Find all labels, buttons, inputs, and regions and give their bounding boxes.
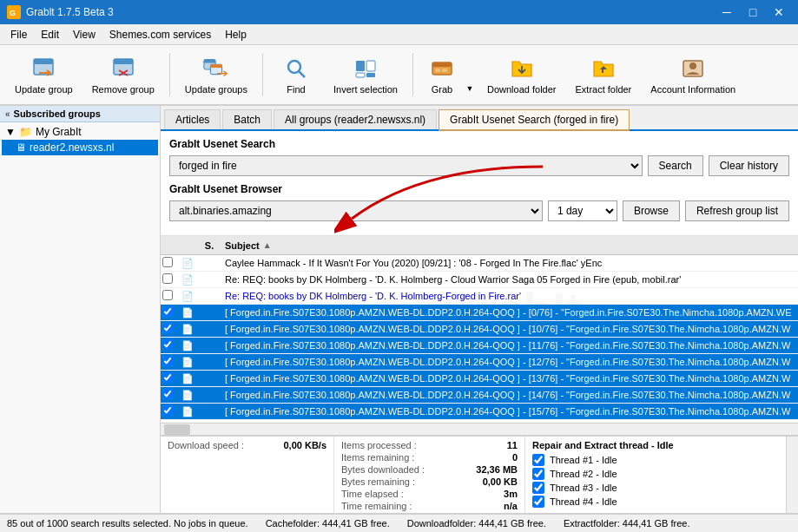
table-row[interactable]: 📄 [ Forged.in.Fire.S07E30.1080p.AMZN.WEB… bbox=[161, 404, 798, 420]
extract-folder-button[interactable]: Extract folder bbox=[567, 49, 639, 100]
clear-history-button[interactable]: Clear history bbox=[709, 155, 789, 176]
horizontal-scrollbar[interactable] bbox=[161, 423, 798, 435]
server-icon: 🖥 bbox=[16, 141, 26, 154]
window-controls: ─ □ ✕ bbox=[715, 0, 791, 24]
sidebar-item-reader2[interactable]: 🖥 reader2.newsxs.nl bbox=[2, 140, 158, 155]
table-row[interactable]: 📄 [ Forged.in.Fire.S07E30.1080p.AMZN.WEB… bbox=[161, 321, 798, 338]
row-s bbox=[197, 377, 221, 380]
svg-text:G: G bbox=[10, 9, 16, 17]
update-groups-label: Update groups bbox=[185, 84, 247, 95]
row-check[interactable] bbox=[161, 354, 178, 370]
tab-all-groups[interactable]: All groups (reader2.newsxs.nl) bbox=[274, 109, 437, 129]
table-row[interactable]: 📄 [ Forged.in.Fire.S07E30.1080p.AMZN.WEB… bbox=[161, 354, 798, 371]
update-group-button[interactable]: Update group bbox=[7, 49, 81, 100]
row-check[interactable] bbox=[161, 255, 178, 271]
svg-rect-17 bbox=[366, 61, 375, 71]
thread-2-checkbox[interactable] bbox=[532, 468, 544, 480]
tab-batch[interactable]: Batch bbox=[222, 109, 272, 129]
account-info-button[interactable]: Account Information bbox=[643, 49, 743, 100]
sidebar-tree: ▼ 📁 My GrabIt 🖥 reader2.newsxs.nl bbox=[0, 122, 160, 513]
row-check[interactable] bbox=[161, 371, 178, 386]
table-row[interactable]: 📄 Caylee Hammack - If It Wasn't For You … bbox=[161, 255, 798, 272]
table-row[interactable]: 📄 [ Forged.in.Fire.S07E30.1080p.AMZN.WEB… bbox=[161, 387, 798, 404]
browser-row: alt.binaries.amazing 1 day Browse Refres… bbox=[169, 200, 789, 221]
search-button[interactable]: Search bbox=[648, 155, 703, 176]
svg-rect-23 bbox=[442, 69, 447, 72]
row-subject: [ Forged.in.Fire.S07E30.1080p.AMZN.WEB-D… bbox=[221, 404, 798, 418]
svg-rect-18 bbox=[356, 73, 365, 77]
svg-rect-12 bbox=[210, 64, 221, 68]
table-row[interactable]: 📄 [ Forged.in.Fire.S07E30.1080p.AMZN.WEB… bbox=[161, 305, 798, 321]
row-s bbox=[197, 261, 221, 265]
grab-arrow-button[interactable]: ▼ bbox=[464, 49, 476, 100]
menu-shemes[interactable]: Shemes.com services bbox=[102, 27, 218, 43]
thread-3-checkbox[interactable] bbox=[532, 482, 544, 494]
row-check[interactable] bbox=[161, 321, 178, 337]
row-subject: [ Forged.in.Fire.S07E30.1080p.AMZN.WEB-D… bbox=[221, 371, 798, 385]
tab-search[interactable]: GrabIt Usenet Search (forged in fire) bbox=[439, 109, 630, 131]
menu-file[interactable]: File bbox=[3, 27, 34, 43]
download-folder-button[interactable]: Download folder bbox=[479, 49, 564, 100]
row-subject: [ Forged.in.Fire.S07E30.1080p.AMZN.WEB-D… bbox=[221, 305, 798, 319]
menu-edit[interactable]: Edit bbox=[34, 27, 66, 43]
thread-4-checkbox[interactable] bbox=[532, 496, 544, 508]
browser-input[interactable]: alt.binaries.amazing bbox=[169, 200, 543, 221]
update-groups-button[interactable]: Update groups bbox=[177, 49, 255, 100]
remove-group-button[interactable]: Remove group bbox=[84, 49, 162, 100]
table-row[interactable]: 📄 Re: REQ: books by DK Holmberg - 'D. K.… bbox=[161, 272, 798, 288]
sidebar-header: « Subscribed groups bbox=[0, 106, 160, 122]
download-speed-label: Download speed : bbox=[168, 440, 244, 450]
search-input[interactable]: forged in fire bbox=[169, 155, 643, 176]
menu-view[interactable]: View bbox=[66, 27, 102, 43]
remove-group-label: Remove group bbox=[92, 84, 155, 95]
tab-articles[interactable]: Articles bbox=[164, 109, 221, 129]
invert-selection-button[interactable]: Invert selection bbox=[326, 49, 406, 100]
scrollbar-thumb[interactable] bbox=[164, 424, 190, 435]
tree-expand-icon: ▼ bbox=[5, 126, 16, 138]
row-icon: 📄 bbox=[178, 357, 197, 368]
sidebar-item-label: reader2.newsxs.nl bbox=[30, 141, 114, 154]
invert-icon bbox=[352, 55, 379, 82]
row-icon: 📄 bbox=[178, 340, 197, 351]
tab-bar: Articles Batch All groups (reader2.newsx… bbox=[161, 106, 798, 131]
results-body[interactable]: 📄 Caylee Hammack - If It Wasn't For You … bbox=[161, 255, 798, 423]
download-folder-text: Downloadfolder: 444,41 GB free. bbox=[407, 518, 546, 529]
search-row: forged in fire Search Clear history bbox=[169, 155, 789, 176]
col-subject-header[interactable]: Subject ▲ bbox=[221, 239, 798, 253]
row-check[interactable] bbox=[161, 305, 178, 320]
grab-button[interactable]: Grab bbox=[420, 49, 464, 100]
usenet-browser-label: GrabIt Usenet Browser bbox=[169, 183, 789, 195]
repair-scrollbar[interactable] bbox=[786, 437, 798, 513]
row-check[interactable] bbox=[161, 387, 178, 403]
close-button[interactable]: ✕ bbox=[767, 0, 791, 24]
table-row[interactable]: 📄 Re: REQ: books by DK Holmberg - 'D. K.… bbox=[161, 288, 798, 305]
row-check[interactable] bbox=[161, 404, 178, 419]
find-button[interactable]: Find bbox=[270, 49, 322, 100]
minimize-button[interactable]: ─ bbox=[715, 0, 739, 24]
toolbar-sep-3 bbox=[412, 53, 413, 96]
sidebar-item-mygrablt[interactable]: ▼ 📁 My GrabIt bbox=[2, 124, 158, 140]
row-check[interactable] bbox=[161, 338, 178, 353]
row-subject: [ Forged.in.Fire.S07E30.1080p.AMZN.WEB-D… bbox=[221, 338, 798, 352]
row-check[interactable] bbox=[161, 272, 178, 287]
table-row[interactable]: 📄 [ Forged.in.Fire.S07E30.1080p.AMZN.WEB… bbox=[161, 338, 798, 354]
toolbar-sep-1 bbox=[169, 53, 170, 96]
row-check[interactable] bbox=[161, 288, 178, 304]
update-group-label: Update group bbox=[15, 84, 73, 95]
sidebar: « Subscribed groups ▼ 📁 My GrabIt 🖥 read… bbox=[0, 106, 161, 513]
row-s bbox=[197, 360, 221, 364]
collapse-icon[interactable]: « bbox=[5, 109, 10, 119]
maximize-button[interactable]: □ bbox=[741, 0, 765, 24]
find-label: Find bbox=[287, 84, 305, 95]
svg-rect-21 bbox=[432, 62, 452, 67]
invert-label: Invert selection bbox=[333, 84, 398, 95]
table-row[interactable]: 📄 [ Forged.in.Fire.S07E30.1080p.AMZN.WEB… bbox=[161, 371, 798, 387]
browse-button[interactable]: Browse bbox=[623, 200, 680, 221]
refresh-group-list-button[interactable]: Refresh group list bbox=[685, 200, 789, 221]
grab-button-group: Grab ▼ bbox=[420, 49, 476, 100]
sidebar-header-label: Subscribed groups bbox=[14, 108, 101, 119]
day-select[interactable]: 1 day bbox=[548, 200, 617, 221]
menu-help[interactable]: Help bbox=[218, 27, 254, 43]
toolbar-sep-2 bbox=[262, 53, 263, 96]
thread-1-checkbox[interactable] bbox=[532, 454, 544, 466]
